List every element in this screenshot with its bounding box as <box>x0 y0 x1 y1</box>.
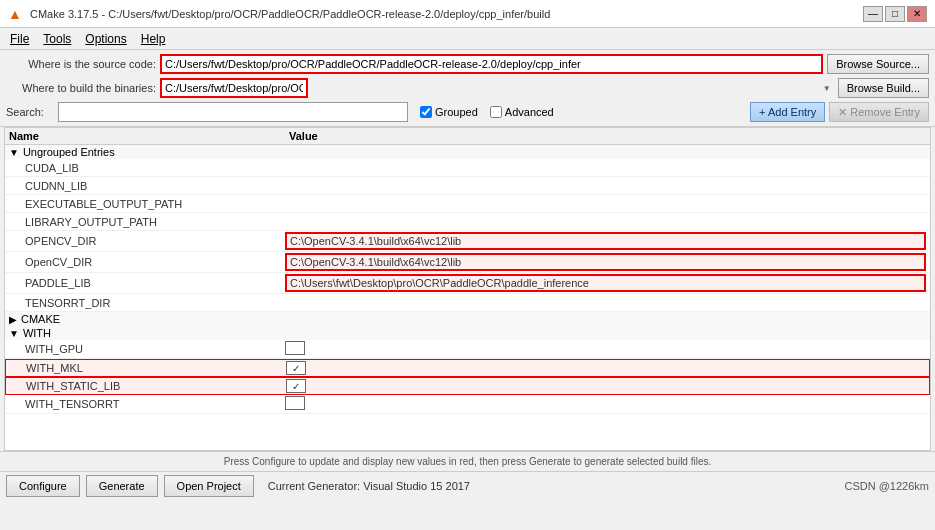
menu-file[interactable]: File <box>4 30 35 48</box>
action-buttons: + Add Entry ✕ Remove Entry <box>750 102 929 122</box>
window-title: CMake 3.17.5 - C:/Users/fwt/Desktop/pro/… <box>30 8 550 20</box>
add-entry-button[interactable]: + Add Entry <box>750 102 825 122</box>
open-project-button[interactable]: Open Project <box>164 475 254 497</box>
row-with-mkl: WITH_MKL <box>5 359 930 377</box>
browse-build-button[interactable]: Browse Build... <box>838 78 929 98</box>
with-tensorrt-value <box>285 396 926 412</box>
opencv-dir-lower-name: OpenCV_DIR <box>25 256 285 268</box>
with-static-lib-name: WITH_STATIC_LIB <box>26 380 286 392</box>
cmake-expand-icon: ▶ <box>9 314 17 325</box>
row-cudnn-lib: CUDNN_LIB <box>5 177 930 195</box>
row-opencv-dir-upper: OPENCV_DIR C:\OpenCV-3.4.1\build\x64\vc1… <box>5 231 930 252</box>
with-tensorrt-checkbox[interactable] <box>285 396 305 410</box>
source-row: Where is the source code: Browse Source.… <box>6 54 929 74</box>
paddle-lib-value: C:\Users\fwt\Desktop\pro\OCR\PaddleOCR\p… <box>285 274 926 292</box>
row-paddle-lib: PADDLE_LIB C:\Users\fwt\Desktop\pro\OCR\… <box>5 273 930 294</box>
menubar: File Tools Options Help <box>0 28 935 50</box>
row-with-gpu: WITH_GPU <box>5 340 930 359</box>
row-opencv-dir-lower: OpenCV_DIR C:\OpenCV-3.4.1\build\x64\vc1… <box>5 252 930 273</box>
opencv-dir-lower-value: C:\OpenCV-3.4.1\build\x64\vc12\lib <box>285 253 926 271</box>
toolbar: Where is the source code: Browse Source.… <box>0 50 935 127</box>
checkbox-group: Grouped Advanced <box>420 106 554 118</box>
with-tensorrt-name: WITH_TENSORRT <box>25 398 285 410</box>
footer: Configure Generate Open Project Current … <box>0 471 935 499</box>
col-value-header: Value <box>289 130 926 142</box>
grouped-label: Grouped <box>435 106 478 118</box>
row-exec-path: EXECUTABLE_OUTPUT_PATH <box>5 195 930 213</box>
group-with[interactable]: ▼ WITH <box>5 326 930 340</box>
col-name-header: Name <box>9 130 289 142</box>
tensorrt-dir-name: TENSORRT_DIR <box>25 297 285 309</box>
generator-label: Current Generator: Visual Studio 15 2017 <box>268 480 470 492</box>
search-input[interactable] <box>58 102 408 122</box>
title-bar-left: ▲ CMake 3.17.5 - C:/Users/fwt/Desktop/pr… <box>8 6 550 22</box>
row-cuda-lib: CUDA_LIB <box>5 159 930 177</box>
with-mkl-value <box>286 361 925 375</box>
advanced-label: Advanced <box>505 106 554 118</box>
close-button[interactable]: ✕ <box>907 6 927 22</box>
opencv-dir-upper-name: OPENCV_DIR <box>25 235 285 247</box>
paddle-lib-name: PADDLE_LIB <box>25 277 285 289</box>
bottom-message: Press Configure to update and display ne… <box>224 456 712 467</box>
with-label: WITH <box>23 327 51 339</box>
cmake-label: CMAKE <box>21 313 60 325</box>
title-bar: ▲ CMake 3.17.5 - C:/Users/fwt/Desktop/pr… <box>0 0 935 28</box>
with-static-lib-checkbox[interactable] <box>286 379 306 393</box>
cudnn-lib-name: CUDNN_LIB <box>25 180 285 192</box>
browse-source-button[interactable]: Browse Source... <box>827 54 929 74</box>
with-gpu-checkbox[interactable] <box>285 341 305 355</box>
menu-options[interactable]: Options <box>79 30 132 48</box>
ungrouped-label: Ungrouped Entries <box>23 146 115 158</box>
table-body: ▼ Ungrouped Entries CUDA_LIB CUDNN_LIB E… <box>5 145 930 450</box>
with-mkl-name: WITH_MKL <box>26 362 286 374</box>
opencv-dir-upper-value: C:\OpenCV-3.4.1\build\x64\vc12\lib <box>285 232 926 250</box>
minimize-button[interactable]: — <box>863 6 883 22</box>
row-tensorrt-dir: TENSORRT_DIR <box>5 294 930 312</box>
source-input[interactable] <box>160 54 823 74</box>
advanced-checkbox-label[interactable]: Advanced <box>490 106 554 118</box>
with-gpu-value <box>285 341 926 357</box>
with-expand-icon: ▼ <box>9 328 19 339</box>
advanced-checkbox[interactable] <box>490 106 502 118</box>
with-static-lib-value <box>286 379 925 393</box>
with-mkl-checkbox[interactable] <box>286 361 306 375</box>
ungrouped-expand-icon: ▼ <box>9 147 19 158</box>
main-table: Name Value ▼ Ungrouped Entries CUDA_LIB … <box>4 127 931 451</box>
group-ungrouped[interactable]: ▼ Ungrouped Entries <box>5 145 930 159</box>
build-input[interactable] <box>160 78 308 98</box>
row-with-static-lib: WITH_STATIC_LIB <box>5 377 930 395</box>
credit-label: CSDN @1226km <box>844 480 929 492</box>
grouped-checkbox-label[interactable]: Grouped <box>420 106 478 118</box>
menu-tools[interactable]: Tools <box>37 30 77 48</box>
source-label: Where is the source code: <box>6 58 156 70</box>
bottom-message-bar: Press Configure to update and display ne… <box>0 451 935 471</box>
app-icon: ▲ <box>8 6 24 22</box>
row-lib-path: LIBRARY_OUTPUT_PATH <box>5 213 930 231</box>
build-label: Where to build the binaries: <box>6 82 156 94</box>
remove-entry-button[interactable]: ✕ Remove Entry <box>829 102 929 122</box>
maximize-button[interactable]: □ <box>885 6 905 22</box>
search-row: Search: Grouped Advanced + Add Entry ✕ R… <box>6 102 929 122</box>
cuda-lib-name: CUDA_LIB <box>25 162 285 174</box>
generate-button[interactable]: Generate <box>86 475 158 497</box>
grouped-checkbox[interactable] <box>420 106 432 118</box>
exec-path-name: EXECUTABLE_OUTPUT_PATH <box>25 198 285 210</box>
configure-button[interactable]: Configure <box>6 475 80 497</box>
window-controls: — □ ✕ <box>863 6 927 22</box>
with-gpu-name: WITH_GPU <box>25 343 285 355</box>
row-with-tensorrt: WITH_TENSORRT <box>5 395 930 414</box>
lib-path-name: LIBRARY_OUTPUT_PATH <box>25 216 285 228</box>
group-cmake[interactable]: ▶ CMAKE <box>5 312 930 326</box>
build-row: Where to build the binaries: Browse Buil… <box>6 78 929 98</box>
menu-help[interactable]: Help <box>135 30 172 48</box>
table-header: Name Value <box>5 128 930 145</box>
search-label: Search: <box>6 106 54 118</box>
build-select-wrapper <box>160 78 834 98</box>
